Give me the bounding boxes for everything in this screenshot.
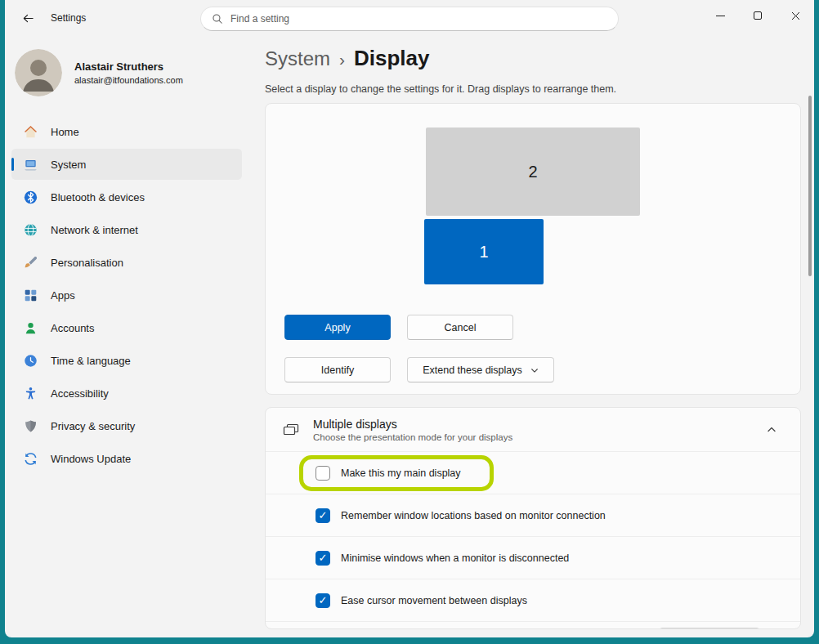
sidebar-item-network[interactable]: Network & internet: [11, 214, 242, 245]
option-row-minimise-windows[interactable]: Minimise windows when a monitor is disco…: [266, 536, 800, 579]
maximize-icon: [754, 11, 762, 20]
sidebar-item-windows-update[interactable]: Windows Update: [11, 443, 242, 474]
time-language-icon: [24, 354, 38, 368]
display-2-label: 2: [528, 163, 537, 181]
sidebar-item-label: Home: [51, 126, 79, 138]
avatar-photo-icon: [15, 49, 62, 96]
option-row-ease-cursor-movement[interactable]: Ease cursor movement between displays: [266, 579, 800, 621]
sidebar-item-privacy[interactable]: Privacy & security: [11, 410, 242, 441]
display-1[interactable]: 1: [424, 219, 544, 284]
page-title: Display: [354, 46, 430, 71]
arrow-left-icon: [22, 12, 34, 25]
sidebar-item-label: Network & internet: [51, 224, 138, 236]
page-description: Select a display to change the settings …: [265, 83, 801, 95]
user-name: Alastair Struthers: [74, 60, 183, 73]
profile-texts: Alastair Struthers alastair@itfoundation…: [74, 60, 183, 85]
breadcrumb-parent[interactable]: System: [265, 47, 330, 70]
chevron-up-icon: [767, 425, 776, 435]
maximize-button[interactable]: [739, 0, 776, 31]
sidebar-item-label: Bluetooth & devices: [51, 191, 145, 203]
search-icon: [212, 13, 223, 25]
display-arrangement-card: 2 1 Apply Cancel Identify Extend these d…: [265, 103, 801, 395]
ease-cursor-movement-checkbox[interactable]: [316, 593, 330, 608]
sidebar-item-label: Apps: [51, 289, 75, 302]
network-icon: [24, 223, 38, 237]
remember-window-locations-checkbox[interactable]: [316, 508, 330, 523]
sidebar-item-system[interactable]: System: [11, 149, 242, 180]
sidebar-item-bluetooth[interactable]: Bluetooth & devices: [11, 181, 242, 212]
option-row-remember-window-locations[interactable]: Remember window locations based on monit…: [266, 494, 800, 536]
multiple-displays-icon: [283, 422, 299, 438]
sidebar-item-personalisation[interactable]: Personalisation: [11, 247, 242, 278]
minimize-icon: [716, 11, 725, 20]
privacy-icon: [24, 419, 38, 433]
extend-displays-label: Extend these displays: [423, 364, 522, 376]
chevron-down-icon: [530, 366, 539, 374]
app-title: Settings: [51, 12, 86, 24]
sidebar-item-label: Accounts: [51, 322, 94, 334]
sidebar-item-accounts[interactable]: Accounts: [11, 312, 242, 343]
system-icon: [24, 158, 38, 172]
identify-button[interactable]: Identify: [284, 357, 391, 382]
option-label: Ease cursor movement between displays: [341, 595, 527, 606]
sidebar-item-accessibility[interactable]: Accessibility: [11, 378, 242, 409]
settings-window: Settings Alastair Struthers alastair: [5, 0, 814, 637]
avatar: [15, 49, 62, 96]
main-content: System › Display Select a display to cha…: [265, 36, 801, 637]
close-button[interactable]: [776, 0, 814, 31]
search-input[interactable]: [230, 13, 607, 25]
apply-button[interactable]: Apply: [284, 315, 391, 340]
partially-visible-row: [266, 621, 800, 629]
option-label: Remember window locations based on monit…: [341, 510, 606, 521]
back-button[interactable]: [15, 7, 41, 29]
home-icon: [24, 125, 38, 139]
display-1-label: 1: [479, 243, 488, 262]
multiple-displays-subtitle: Choose the presentation mode for your di…: [313, 432, 512, 442]
multiple-displays-card: Multiple displays Choose the presentatio…: [265, 407, 801, 629]
extend-displays-dropdown[interactable]: Extend these displays: [407, 357, 554, 382]
user-profile[interactable]: Alastair Struthers alastair@itfoundation…: [15, 49, 183, 96]
search-box[interactable]: [200, 7, 619, 31]
bluetooth-icon: [24, 190, 38, 204]
sidebar-nav: Home System Bluetooth & devices Network …: [5, 114, 250, 476]
make-main-display-checkbox[interactable]: [316, 466, 330, 481]
sidebar-item-label: Windows Update: [51, 453, 131, 465]
sidebar-item-apps[interactable]: Apps: [11, 280, 242, 311]
titlebar: Settings: [5, 0, 814, 36]
windows-update-icon: [24, 452, 38, 466]
sidebar-item-label: Time & language: [51, 355, 131, 367]
sidebar-item-label: System: [51, 159, 86, 171]
option-label: Make this my main display: [341, 467, 461, 479]
minimise-windows-checkbox[interactable]: [316, 551, 330, 566]
option-row-make-main-display[interactable]: Make this my main display: [266, 451, 800, 494]
option-label: Minimise windows when a monitor is disco…: [341, 552, 569, 564]
partially-visible-button[interactable]: [659, 628, 760, 629]
user-email: alastair@itfoundations.com: [74, 75, 183, 85]
accessibility-icon: [24, 387, 38, 400]
sidebar-item-label: Personalisation: [51, 257, 123, 269]
multiple-displays-texts: Multiple displays Choose the presentatio…: [313, 418, 512, 442]
close-icon: [791, 11, 800, 20]
accounts-icon: [24, 321, 38, 335]
sidebar-item-label: Privacy & security: [51, 420, 135, 432]
breadcrumb-separator-icon: ›: [339, 50, 345, 69]
multiple-displays-title: Multiple displays: [313, 418, 512, 431]
window-controls: [701, 0, 814, 31]
sidebar-item-time-language[interactable]: Time & language: [11, 345, 242, 376]
breadcrumb: System › Display: [265, 46, 801, 71]
apps-icon: [24, 288, 38, 302]
cancel-button[interactable]: Cancel: [407, 315, 513, 340]
scrollbar[interactable]: [808, 96, 812, 276]
collapse-section-button[interactable]: [759, 418, 784, 442]
sidebar-item-home[interactable]: Home: [11, 116, 242, 147]
display-2[interactable]: 2: [426, 127, 640, 216]
multiple-displays-header[interactable]: Multiple displays Choose the presentatio…: [266, 408, 800, 451]
personalisation-icon: [24, 256, 38, 270]
minimize-button[interactable]: [701, 0, 739, 31]
sidebar: Alastair Struthers alastair@itfoundation…: [5, 36, 250, 637]
sidebar-item-label: Accessibility: [51, 387, 109, 400]
